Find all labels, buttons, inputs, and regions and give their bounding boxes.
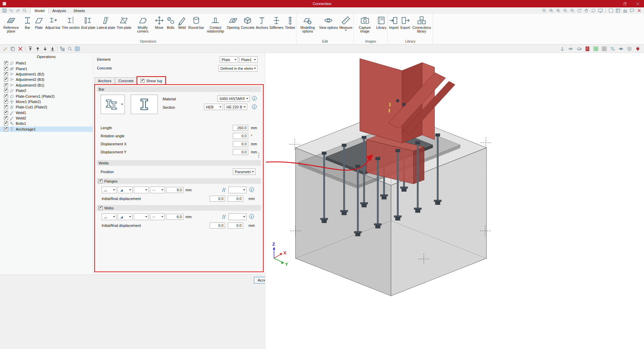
percent-button[interactable] — [609, 45, 616, 52]
web-weld-material-combo[interactable] — [134, 213, 149, 220]
ribbon-button-plate[interactable]: Plate — [33, 14, 45, 30]
flange-throat-input[interactable]: 9.0 — [166, 187, 183, 193]
length-input[interactable]: 260.0 — [233, 125, 248, 131]
displacement-x-input[interactable]: 0.0 — [233, 141, 248, 147]
ribbon-button-stiffeners[interactable]: Stiffeners — [269, 14, 284, 30]
move-down-button[interactable] — [42, 45, 49, 52]
tree-item-checkbox[interactable] — [4, 121, 8, 126]
panel-splitter[interactable] — [258, 153, 259, 158]
concrete-combo[interactable]: Defined in the element — [218, 65, 258, 71]
ribbon-button-timber[interactable]: Timber — [284, 14, 296, 30]
web-throat-input[interactable]: 6.0 — [166, 214, 183, 220]
tree-item-anchorage1[interactable]: Anchorage1 — [0, 127, 93, 132]
window-report-button[interactable] — [615, 8, 621, 13]
flanges-checkbox[interactable] — [99, 179, 103, 183]
grid-button[interactable] — [601, 45, 608, 52]
redo-button[interactable] — [15, 8, 21, 13]
flange-info-icon[interactable]: i — [249, 187, 254, 192]
report-button[interactable] — [584, 45, 591, 52]
ribbon-button-bar[interactable]: Bar — [22, 14, 33, 30]
ribbon-button-concrete[interactable]: Concrete — [240, 14, 255, 30]
menu-tab-analysis[interactable]: Analysis — [49, 7, 70, 14]
tree-item-checkbox[interactable] — [4, 78, 8, 82]
ribbon-button-view-options[interactable]: View options — [318, 14, 339, 30]
search-button[interactable] — [21, 8, 28, 13]
window-single-button[interactable] — [608, 8, 614, 13]
viewport-3d[interactable]: Z X Y — [265, 53, 644, 349]
web-weld-contour-combo[interactable] — [150, 213, 165, 220]
flange-displacement-end-input[interactable]: 0.0 — [228, 196, 243, 202]
ribbon-button-import[interactable]: Import — [388, 14, 399, 30]
move-bottom-button[interactable] — [49, 45, 56, 52]
tree-item-adjustment3-b1[interactable]: Adjustment3 (B1) — [0, 83, 93, 88]
tree-item-checkbox[interactable] — [4, 94, 8, 98]
orbit-button[interactable] — [576, 45, 583, 52]
position-combo[interactable]: Parametric — [233, 168, 256, 175]
webs-checkbox[interactable] — [99, 206, 103, 210]
web-displacement-end-input[interactable]: 0.0 — [228, 222, 243, 229]
ribbon-button-connections-library[interactable]: Connections library — [411, 14, 432, 33]
section-family-combo[interactable]: HEB — [204, 104, 223, 110]
ribbon-button-trim-section[interactable]: Trim section — [61, 14, 80, 30]
section-name-combo[interactable]: HE 220 B — [224, 104, 247, 110]
ribbon-button-weld[interactable]: Weld — [176, 14, 188, 30]
tree-item-weld2[interactable]: Weld2 — [0, 115, 93, 121]
tree-item-checkbox[interactable] — [4, 111, 8, 115]
delete-button[interactable] — [17, 45, 24, 52]
tree-item-checkbox[interactable] — [4, 116, 8, 120]
web-weld-side-combo[interactable] — [118, 213, 132, 220]
tree-button[interactable] — [59, 45, 66, 52]
web-weld-type-combo[interactable] — [102, 213, 116, 220]
menu-tab-sheets[interactable]: Sheets — [70, 7, 89, 14]
plug-button[interactable] — [634, 45, 641, 52]
tree-item-checkbox[interactable] — [4, 72, 8, 76]
element-type-combo[interactable]: Plate — [220, 56, 238, 63]
ribbon-button-round-bar[interactable]: Round bar — [188, 14, 205, 30]
titlebar[interactable]: Connection — [0, 0, 644, 7]
ribbon-button-measure[interactable]: Measure — [339, 14, 353, 31]
tree-item-checkbox[interactable] — [4, 67, 8, 71]
camera-view-button[interactable] — [567, 45, 574, 52]
tab-concrete[interactable]: Concrete — [115, 77, 137, 84]
tab-anchors[interactable]: Anchors — [95, 77, 115, 84]
ribbon-button-opening[interactable]: Opening — [226, 14, 240, 30]
tree-item-adjustment2-b3[interactable]: Adjustment2 (B3) — [0, 77, 93, 82]
tree-item-plate-cut1-plate2[interactable]: Plate-Cut1 (Plate2) — [0, 104, 93, 110]
ribbon-button-adjust-bar[interactable]: Adjust bar — [45, 14, 61, 30]
displacement-y-input[interactable]: 0.0 — [233, 149, 248, 155]
flange-multiplicity-combo[interactable] — [228, 187, 247, 193]
zoom-in-button[interactable] — [555, 8, 561, 13]
tree-item-plate-corners1-plate2[interactable]: Plate-Corners1 (Plate2) — [0, 93, 93, 99]
web-displacement-start-input[interactable]: 0.0 — [210, 222, 225, 229]
tree-item-checkbox[interactable] — [4, 105, 8, 109]
section-type-combo[interactable] — [101, 95, 125, 114]
tree-item-checkbox[interactable] — [4, 61, 8, 65]
web-info-icon[interactable]: i — [249, 214, 254, 219]
save-button[interactable] — [1, 8, 8, 13]
ribbon-button-lateral-plate[interactable]: Lateral plate — [96, 14, 116, 30]
model-3d-view[interactable]: Z X Y — [265, 53, 644, 349]
visibility-button[interactable] — [618, 45, 625, 52]
chart-button[interactable] — [622, 8, 628, 13]
tree-item-move1-plate2[interactable]: Move1 (Plate2) — [0, 99, 93, 104]
ribbon-button-modelling-options[interactable]: Modelling options — [297, 14, 318, 33]
web-multiplicity-combo[interactable] — [228, 213, 247, 220]
ribbon-button-modify-corners[interactable]: Modify corners — [132, 14, 154, 33]
ribbon-button-reference-plane[interactable]: Reference plane — [0, 14, 22, 33]
menu-tab-model[interactable]: Model — [31, 7, 49, 14]
tree-item-plane1[interactable]: Plane1 — [0, 66, 93, 71]
tree-item-plate1[interactable]: Plate1 — [0, 60, 93, 66]
mesh-button[interactable] — [592, 45, 599, 52]
rotation-angle-input[interactable]: 0.0 — [233, 133, 248, 139]
ribbon-button-move[interactable]: Move — [154, 14, 165, 30]
element-name-combo[interactable]: Plate1 — [239, 56, 258, 63]
zoom-window-button[interactable] — [548, 8, 554, 13]
tree-item-checkbox[interactable] — [4, 127, 8, 131]
tab-shear-lug[interactable]: Shear lug — [137, 77, 165, 84]
ribbon-button-anchors[interactable]: Anchors — [255, 14, 269, 30]
ribbon-button-library[interactable]: Library — [376, 14, 387, 30]
material-info-icon[interactable]: i — [252, 96, 257, 101]
ribbon-button-trim-plate[interactable]: Trim plate — [116, 14, 132, 30]
rotate-button[interactable] — [590, 8, 596, 13]
undo-button[interactable] — [8, 8, 14, 13]
